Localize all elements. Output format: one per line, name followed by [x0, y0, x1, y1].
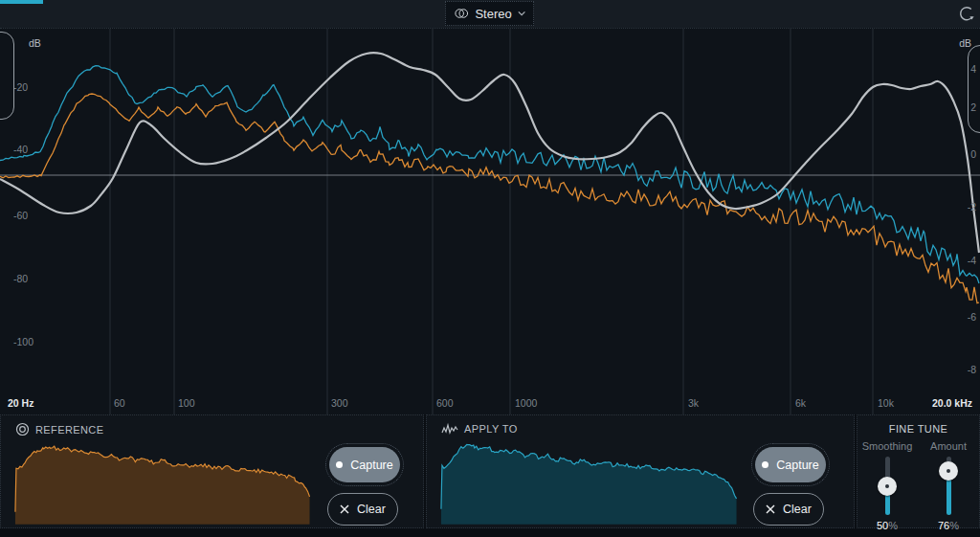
x-tick: 1000: [515, 397, 537, 409]
slider-value: 76%: [938, 520, 959, 531]
y-tick: -40: [13, 144, 28, 155]
x-tick: 3k: [688, 397, 699, 409]
x-tick: 6k: [795, 397, 806, 409]
y-axis-right-unit: dB: [959, 37, 971, 49]
x-axis-min-label: 20 Hz: [8, 397, 33, 409]
y-tick: 0: [970, 148, 976, 160]
reference-panel: REFERENCE Capture Clear: [0, 414, 424, 528]
x-tick: 600: [436, 397, 454, 409]
slider-label: Smoothing: [862, 440, 913, 452]
y-tick: -20: [13, 81, 28, 93]
y-axis-left-unit: dB: [29, 37, 41, 49]
y-tick: -60: [13, 210, 28, 221]
fine-tune-panel: FINE TUNE Smoothing 50% Amount 76%: [857, 414, 980, 528]
chevron-down-icon: [518, 11, 525, 16]
spectrum-analyzer: dB dB -20 -40 -60 -80 -100 4 2 0 -2 -4 -…: [0, 28, 980, 414]
reference-title: REFERENCE: [35, 424, 103, 436]
x-tick: 60: [114, 397, 125, 409]
x-axis-max-label: 20.0 kHz: [932, 397, 972, 409]
x-tick: 100: [178, 397, 195, 409]
accent-strip: [0, 0, 43, 4]
y-tick: -100: [13, 336, 33, 347]
x-tick: 10k: [878, 397, 894, 409]
y-tick: -8: [968, 364, 976, 375]
y-tick: -2: [968, 201, 976, 213]
reference-header: REFERENCE: [15, 422, 103, 436]
left-axis-handle[interactable]: [0, 32, 14, 120]
reference-capture-button[interactable]: Capture: [329, 447, 400, 482]
right-axis-handle[interactable]: [968, 45, 980, 133]
target-icon: [15, 422, 30, 436]
clear-x-icon: [340, 504, 349, 514]
apply-to-title: APPLY TO: [464, 423, 518, 435]
history-button[interactable]: [956, 4, 977, 25]
slider-label: Amount: [930, 440, 967, 452]
capture-dot-icon: [762, 461, 768, 468]
channel-selector-dropdown[interactable]: Stereo: [445, 1, 534, 26]
slider-value: 50%: [877, 520, 898, 531]
smoothing-slider[interactable]: Smoothing 50%: [868, 440, 906, 529]
top-bar: Stereo: [0, 0, 980, 29]
capture-dot-icon: [336, 461, 343, 468]
reference-clear-button[interactable]: Clear: [327, 493, 398, 526]
match-eq-window: Stereo dB dB -20 -40 -60 -80 -100 4 2 0 …: [0, 0, 980, 537]
spectrum-plot[interactable]: [0, 29, 980, 414]
y-tick: -80: [13, 273, 28, 284]
y-tick: -4: [968, 255, 976, 266]
slider-thumb[interactable]: [939, 461, 958, 481]
apply-to-clear-button[interactable]: Clear: [753, 493, 824, 526]
bottom-panels: REFERENCE Capture Clear APPLY TO: [0, 414, 980, 537]
apply-to-panel: APPLY TO Capture Clear: [426, 414, 855, 528]
y-tick: -6: [968, 311, 976, 323]
fine-tune-title: FINE TUNE: [858, 423, 979, 435]
slider-thumb[interactable]: [878, 477, 897, 496]
apply-to-capture-button[interactable]: Capture: [755, 447, 826, 482]
waveform-icon: [441, 422, 458, 436]
apply-to-header: APPLY TO: [441, 422, 518, 436]
x-tick: 300: [331, 397, 348, 409]
channel-selector-label: Stereo: [475, 7, 511, 21]
stereo-icon: [454, 6, 469, 21]
rotate-arrow-icon: [957, 5, 976, 24]
amount-slider[interactable]: Amount 76%: [929, 440, 968, 529]
clear-x-icon: [766, 504, 775, 514]
